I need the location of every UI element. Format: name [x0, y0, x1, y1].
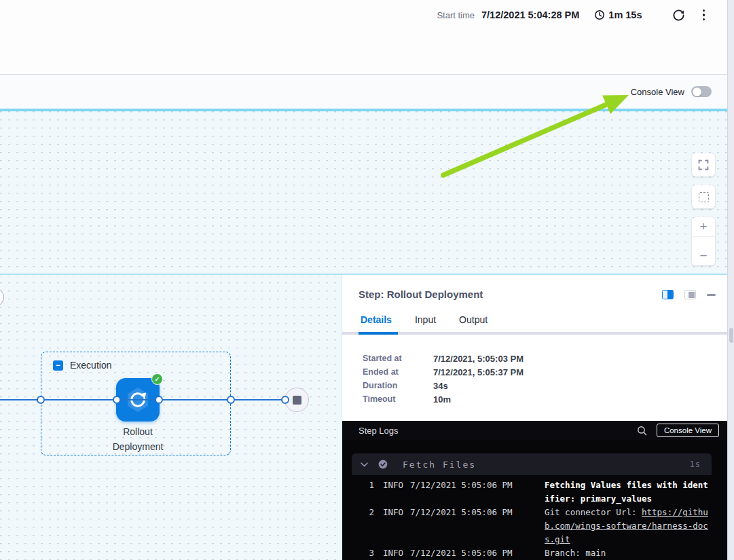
detail-label: Started at — [363, 354, 433, 363]
detail-value: 7/12/2021, 5:05:37 PM — [433, 367, 524, 377]
detail-label: Ended at — [363, 367, 433, 377]
start-time-value: 7/12/2021 5:04:28 PM — [481, 10, 579, 20]
log-level: INFO — [383, 546, 410, 560]
execution-group-header: − Execution — [53, 360, 111, 371]
rollout-icon — [116, 378, 160, 422]
log-message: Branch: main — [545, 546, 713, 560]
more-options-button[interactable] — [699, 8, 710, 22]
fullscreen-icon — [698, 160, 709, 170]
stop-icon — [293, 396, 301, 405]
console-view-control: Console View — [631, 86, 712, 97]
detail-value: 34s — [433, 381, 448, 391]
log-level: INFO — [383, 506, 410, 546]
log-timestamp: 7/12/2021 5:05:06 PM — [410, 546, 545, 560]
detail-label: Timeout — [363, 394, 433, 404]
search-icon[interactable] — [637, 426, 647, 436]
pipeline-end-node[interactable] — [285, 388, 309, 412]
panel-tabs: Details Input Output — [361, 314, 488, 325]
detail-row: Started at 7/12/2021, 5:05:03 PM — [363, 352, 524, 365]
tab-divider — [342, 332, 729, 335]
execution-meta-row: Start time 7/12/2021 5:04:28 PM 1m 15s — [437, 5, 709, 24]
zoom-out-icon: − — [699, 248, 707, 263]
log-level: INFO — [383, 479, 410, 506]
detail-row: Duration 34s — [363, 379, 524, 392]
detail-value: 10m — [433, 394, 451, 405]
detail-row: Timeout 10m — [363, 392, 524, 406]
node-label-line2: Deployment — [84, 439, 192, 454]
log-line-number: 2 — [352, 506, 374, 546]
minimize-icon[interactable] — [707, 294, 716, 296]
panel-tab[interactable]: Details — [361, 314, 392, 325]
log-group: Fetch Files 1s 1 INFO 7/12/2021 5:05:06 … — [352, 453, 712, 560]
console-view-toggle[interactable] — [691, 86, 712, 97]
refresh-button[interactable] — [672, 9, 685, 22]
panel-title: Step: Rollout Deployment — [359, 288, 483, 300]
panel-view-icons — [662, 290, 716, 299]
zoom-in-button[interactable]: + — [692, 217, 715, 237]
canvas-zoom-controls: + − — [692, 153, 715, 265]
console-view-label: Console View — [631, 87, 684, 97]
log-console[interactable]: Fetch Files 1s 1 INFO 7/12/2021 5:05:06 … — [342, 440, 729, 560]
detail-row: Ended at 7/12/2021, 5:05:37 PM — [363, 365, 524, 379]
pipeline-execution-page: Start time 7/12/2021 5:04:28 PM 1m 15s C… — [0, 0, 734, 560]
node-label-line1: Rollout — [84, 424, 192, 439]
zoom-in-icon: + — [699, 219, 707, 234]
fit-to-screen-button[interactable] — [692, 185, 715, 208]
log-timestamp: 7/12/2021 5:05:06 PM — [410, 506, 545, 546]
chevron-down-icon[interactable] — [361, 462, 368, 467]
log-section-header[interactable]: Fetch Files 1s — [352, 453, 712, 475]
split-view-icon[interactable] — [662, 290, 674, 299]
zoom-in-out-group: + − — [692, 217, 715, 265]
fit-to-screen-icon — [699, 192, 709, 202]
node-label: Rollout Deployment — [84, 424, 192, 454]
log-section-duration: 1s — [690, 460, 701, 469]
panel-tab[interactable]: Output — [459, 314, 488, 325]
fullscreen-button[interactable] — [692, 153, 715, 176]
elapsed-text: 1m 15s — [608, 10, 642, 20]
toggle-knob — [693, 88, 701, 96]
clock-icon — [594, 10, 605, 20]
log-section-title: Fetch Files — [403, 460, 476, 470]
execution-header: Start time 7/12/2021 5:04:28 PM 1m 15s — [0, 0, 728, 75]
panel-tab[interactable]: Input — [415, 314, 436, 325]
step-details-list: Started at 7/12/2021, 5:05:03 PM Ended a… — [363, 352, 524, 406]
log-line-number: 3 — [352, 546, 374, 560]
detail-label: Duration — [363, 381, 433, 390]
log-line: 1 INFO 7/12/2021 5:05:06 PM Fetching Val… — [352, 479, 712, 506]
step-logs-bar: Step Logs Console View — [342, 421, 729, 440]
detail-value: 7/12/2021, 5:05:03 PM — [433, 354, 524, 364]
execution-group-label: Execution — [70, 360, 111, 371]
view-options-bar: Console View — [0, 75, 728, 109]
success-badge-icon: ✓ — [151, 373, 163, 385]
log-line: 2 INFO 7/12/2021 5:05:06 PM Git connecto… — [352, 506, 712, 546]
full-view-icon[interactable] — [684, 290, 696, 299]
log-timestamp: 7/12/2021 5:05:06 PM — [410, 479, 545, 506]
step-logs-title: Step Logs — [359, 426, 637, 436]
start-time-label: Start time — [437, 10, 475, 20]
log-rows: 1 INFO 7/12/2021 5:05:06 PM Fetching Val… — [352, 475, 712, 560]
zoom-out-button[interactable]: − — [692, 246, 715, 265]
stage-divider-line — [0, 109, 728, 111]
log-line: 3 INFO 7/12/2021 5:05:06 PM Branch: main — [352, 546, 712, 560]
console-view-button[interactable]: Console View — [657, 424, 719, 437]
rollout-deployment-node[interactable]: ✓ — [116, 378, 160, 422]
elapsed-duration: 1m 15s — [594, 10, 642, 20]
refresh-icon — [672, 9, 685, 22]
log-line-number: 1 — [352, 479, 374, 506]
step-success-icon — [378, 460, 388, 469]
log-message: Git connector Url: https://github.com/wi… — [545, 506, 713, 546]
kebab-icon — [703, 10, 705, 21]
page-scrollbar-track[interactable] — [727, 0, 734, 560]
step-details-panel: Step: Rollout Deployment Details Input O… — [342, 275, 728, 560]
collapse-group-icon[interactable]: − — [53, 360, 63, 371]
page-scrollbar-thumb[interactable] — [729, 328, 733, 343]
active-tab-indicator — [359, 332, 398, 335]
log-message: Fetching Values files with identifier: p… — [545, 479, 713, 506]
